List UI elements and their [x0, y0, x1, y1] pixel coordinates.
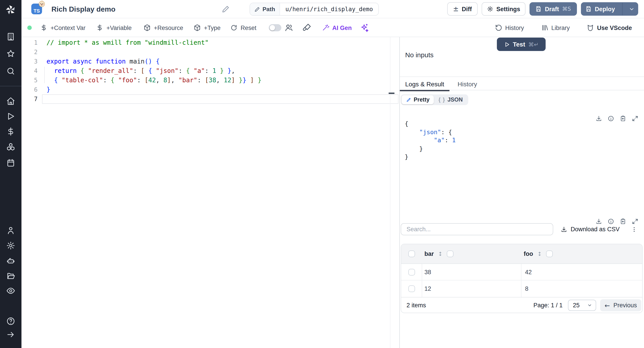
sidebar-item-home home-icon[interactable] — [6, 96, 15, 106]
sort-icon[interactable] — [537, 250, 542, 257]
checkbox[interactable] — [447, 250, 454, 257]
sidebar-item-folders folder-open-icon[interactable] — [6, 272, 15, 280]
previous-page-button[interactable]: ← Previous — [600, 299, 641, 311]
pencil-icon — [254, 6, 260, 12]
history-button[interactable]: History — [495, 18, 524, 37]
checkbox[interactable] — [408, 268, 415, 275]
reset-button[interactable]: Reset — [230, 18, 256, 37]
sidebar-item-search search-icon[interactable] — [6, 67, 15, 76]
line-number: 7 — [22, 94, 38, 104]
language-label: TS — [34, 8, 40, 14]
path-value[interactable]: u/henri/rich_display_demo — [280, 3, 378, 15]
line-number: 2 — [22, 48, 38, 57]
diff-mode-toggle[interactable] — [269, 24, 281, 31]
code-line: } — [46, 85, 50, 94]
table-search-input[interactable] — [401, 223, 553, 235]
code-line: { "table-col": { "foo": [42, 8], "bar": … — [46, 76, 262, 85]
settings-button[interactable]: Settings — [482, 2, 526, 16]
column-label: foo — [524, 250, 533, 257]
sidebar-item-favorites star-icon[interactable] — [6, 49, 15, 58]
deploy-button[interactable]: Deploy — [582, 3, 619, 15]
sidebar-expand arrow-right-icon[interactable] — [6, 330, 15, 339]
add-resource-button[interactable]: +Resource — [144, 18, 183, 37]
play-icon — [504, 42, 510, 47]
add-context-var-button[interactable]: +Context Var — [40, 18, 86, 37]
info-icon[interactable] — [608, 116, 614, 122]
code-line: // import * as wmill from "windmill-clie… — [46, 38, 209, 48]
sidebar-item-workers bot-icon[interactable] — [6, 256, 15, 265]
dollar-icon — [40, 24, 48, 31]
checkbox[interactable] — [408, 286, 415, 292]
code-editor[interactable]: 1234567 // import * as wmill from "windm… — [22, 37, 399, 348]
download-icon[interactable] — [596, 116, 602, 122]
expand-icon[interactable] — [632, 116, 638, 122]
sort-icon[interactable] — [438, 250, 443, 257]
library-button[interactable]: Library — [541, 18, 570, 37]
gear-icon — [487, 6, 493, 12]
sparkles-icon[interactable] — [360, 23, 369, 32]
table-cell: 8 — [522, 280, 642, 297]
reset-icon — [230, 24, 238, 31]
status-dot — [27, 26, 32, 30]
vscode-cat-icon — [587, 24, 594, 31]
result-view-toggle: Pretty { } JSON — [401, 94, 468, 105]
clipboard-copy-icon[interactable] — [620, 116, 626, 122]
clipboard-copy-icon[interactable] — [620, 218, 626, 224]
table-cell: 42 — [522, 264, 642, 280]
sidebar-item-workspace building-icon[interactable] — [6, 32, 15, 41]
sidebar-item-users user-icon[interactable] — [6, 226, 15, 235]
save-icon — [586, 6, 592, 12]
test-button[interactable]: Test ⌘↵ — [497, 38, 546, 51]
users-icon[interactable] — [284, 23, 294, 32]
table-row[interactable]: 3842 — [401, 264, 642, 280]
code-line: export async function main() { — [46, 57, 160, 66]
row-select-cell — [401, 264, 422, 280]
save-draft-button[interactable]: Draft ⌘S — [530, 2, 577, 16]
diff-button[interactable]: ± Diff — [447, 2, 478, 16]
toggle-knob — [270, 25, 275, 30]
deploy-menu-button chevron-down-icon[interactable] — [626, 3, 638, 15]
sidebar-item-settings gear-icon[interactable] — [6, 241, 15, 250]
sidebar-item-resources boxes-icon[interactable] — [6, 143, 15, 152]
page-title: Rich Display demo — [52, 0, 116, 18]
tab-logs-result[interactable]: Logs & Result — [400, 77, 450, 91]
deploy-split-button: Deploy — [581, 2, 638, 16]
result-json: { "json": { "a": 1 }} — [405, 120, 456, 161]
result-actions — [596, 116, 638, 122]
use-vscode-button[interactable]: Use VScode — [587, 18, 632, 37]
package-icon — [144, 24, 151, 31]
json-toggle[interactable]: { } JSON — [434, 95, 467, 104]
dollar-icon — [96, 24, 103, 31]
table-cell: 12 — [422, 280, 522, 297]
tab-history[interactable]: History — [450, 77, 485, 91]
table-row[interactable]: 128 — [401, 280, 642, 297]
column-header-bar: bar — [422, 250, 522, 257]
download-icon — [561, 226, 567, 232]
checkbox[interactable] — [408, 250, 415, 257]
sidebar-item-schedules calendar-icon[interactable] — [6, 158, 15, 167]
sidebar-item-help help-icon[interactable] — [6, 317, 15, 326]
chevron-down-icon — [587, 303, 592, 308]
format-brush-icon[interactable] — [302, 23, 311, 32]
plus-minus-icon: ± — [453, 5, 459, 13]
download-csv-button[interactable]: Download as CSV — [561, 223, 620, 235]
sidebar-item-variables dollar-icon[interactable] — [6, 127, 15, 136]
add-type-button[interactable]: +Type — [194, 18, 220, 37]
sidebar-item-runs play-icon[interactable] — [6, 112, 15, 121]
ai-gen-button[interactable]: AI Gen — [322, 18, 352, 37]
sidebar-item-audit eye-icon[interactable] — [6, 286, 15, 295]
checkbox[interactable] — [546, 250, 553, 257]
page-size-select[interactable]: 25 — [568, 300, 596, 311]
windmill-logo-icon[interactable] — [4, 4, 17, 16]
pen-icon — [406, 97, 412, 102]
line-number: 4 — [22, 66, 38, 76]
table-menu-button kebab-icon[interactable] — [630, 223, 638, 235]
path-field[interactable]: Path u/henri/rich_display_demo — [250, 3, 379, 16]
edit-summary-icon pencil-icon[interactable] — [222, 5, 230, 13]
add-variable-button[interactable]: +Variable — [96, 18, 132, 37]
line-number: 1 — [22, 38, 38, 48]
wand-icon — [322, 24, 329, 31]
pretty-toggle[interactable]: Pretty — [402, 95, 434, 104]
row-select-cell — [401, 280, 422, 297]
typescript-badge: TS — [31, 4, 42, 14]
